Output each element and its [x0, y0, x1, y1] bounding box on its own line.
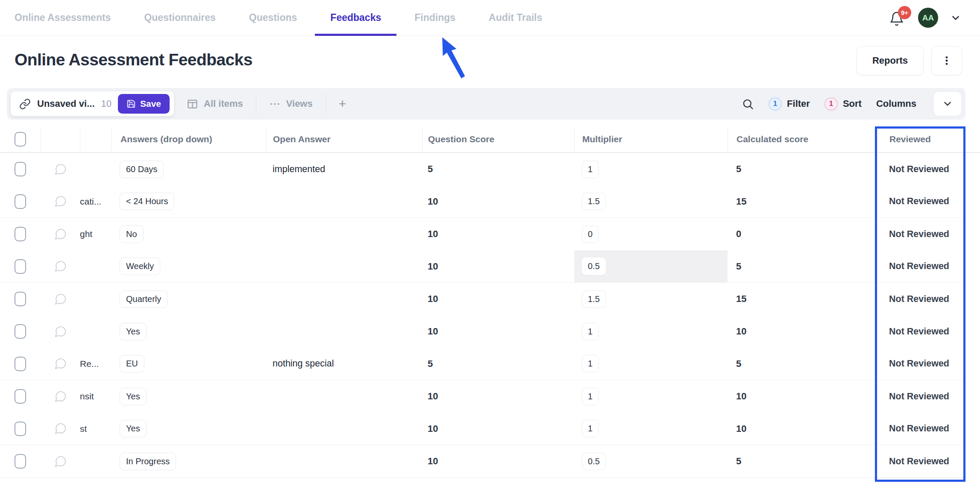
header-multiplier[interactable]: Multiplier	[574, 126, 728, 152]
multiplier-pill[interactable]: 1	[582, 323, 599, 340]
row-checkbox[interactable]	[15, 422, 26, 436]
multiplier-cell: 1.5	[574, 185, 728, 217]
multiplier-cell: 1	[574, 348, 728, 380]
question-score-cell: 5	[422, 358, 574, 369]
reviewed-status-cell: Not Reviewed	[875, 294, 980, 305]
notification-count-badge: 9+	[898, 6, 911, 19]
row-comment-cell[interactable]	[41, 218, 80, 250]
question-score-cell: 10	[422, 293, 574, 305]
row-comment-cell[interactable]	[41, 315, 80, 348]
multiplier-pill[interactable]: 1	[582, 355, 599, 372]
answer-dropdown-badge[interactable]: No	[120, 226, 144, 243]
tab-audit-trails[interactable]: Audit Trails	[489, 0, 542, 35]
answer-dropdown-badge[interactable]: Yes	[120, 323, 147, 340]
multiplier-pill[interactable]: 1	[582, 161, 599, 178]
kebab-menu-icon	[941, 55, 952, 66]
table-row: Yes 10 1 10 Not Reviewed	[0, 315, 965, 348]
reviewed-status-cell: Not Reviewed	[875, 456, 980, 467]
question-score-cell: 10	[422, 229, 574, 240]
row-checkbox[interactable]	[15, 389, 26, 404]
header-checkbox-cell	[0, 126, 41, 152]
notifications-button[interactable]: 9+	[889, 9, 906, 27]
multiplier-pill[interactable]: 0.5	[582, 258, 606, 275]
question-text-truncated: st	[80, 424, 111, 434]
multiplier-pill[interactable]: 1.5	[582, 290, 606, 308]
select-all-checkbox[interactable]	[15, 132, 26, 147]
reviewed-status-cell: Not Reviewed	[875, 358, 980, 369]
row-comment-cell[interactable]	[41, 185, 80, 217]
tab-questions[interactable]: Questions	[249, 0, 297, 35]
toolbar-dropdown-button[interactable]	[933, 91, 962, 116]
save-view-button[interactable]: Save	[118, 94, 170, 114]
row-checkbox[interactable]	[15, 357, 26, 371]
filter-button[interactable]: 1 Filter	[769, 97, 810, 111]
comment-bubble-icon	[54, 195, 67, 208]
tab-findings[interactable]: Findings	[414, 0, 455, 35]
multiplier-cell: 1.5	[574, 283, 728, 315]
row-checkbox[interactable]	[15, 259, 26, 274]
question-score-cell: 10	[422, 391, 574, 402]
row-checkbox[interactable]	[15, 324, 26, 339]
multiplier-pill[interactable]: 0.5	[582, 453, 606, 470]
row-comment-cell[interactable]	[41, 380, 80, 413]
answer-dropdown-badge[interactable]: Quarterly	[120, 290, 167, 308]
answer-dropdown-badge[interactable]: Yes	[120, 388, 147, 405]
reviewed-status-cell: Not Reviewed	[875, 164, 980, 175]
header-calculated-score[interactable]: Calculated score	[728, 126, 875, 152]
row-comment-cell[interactable]	[41, 445, 80, 478]
multiplier-pill[interactable]: 0	[582, 226, 599, 243]
calculated-score-cell: 5	[728, 358, 875, 369]
chevron-down-icon	[942, 98, 953, 109]
answer-dropdown-badge[interactable]: < 24 Hours	[120, 193, 174, 210]
header-open-answer[interactable]: Open Answer	[266, 126, 422, 152]
row-comment-cell[interactable]	[41, 153, 80, 185]
row-comment-cell[interactable]	[41, 250, 80, 282]
tab-questionnaires[interactable]: Questionnaires	[144, 0, 215, 35]
tab-feedbacks[interactable]: Feedbacks	[330, 0, 381, 35]
row-checkbox[interactable]	[15, 227, 26, 241]
view-row-count: 10	[101, 98, 111, 109]
answer-dropdown-badge[interactable]: Weekly	[120, 258, 160, 275]
row-comment-cell[interactable]	[41, 413, 80, 445]
header-answers[interactable]: Answers (drop down)	[111, 126, 266, 152]
sort-button[interactable]: 1 Sort	[824, 97, 862, 111]
all-items-view[interactable]: All items	[187, 98, 243, 110]
question-score-cell: 10	[422, 326, 574, 337]
row-checkbox[interactable]	[15, 162, 26, 176]
current-view-tab[interactable]: Unsaved vi... 10 Save	[11, 91, 174, 116]
search-button[interactable]	[742, 98, 754, 110]
open-answer-cell: nothing special	[266, 358, 422, 369]
calculated-score-cell: 5	[728, 164, 875, 175]
row-checkbox[interactable]	[15, 454, 26, 469]
header-reviewed[interactable]: Reviewed	[875, 126, 980, 152]
calculated-score-cell: 5	[728, 456, 875, 467]
calculated-score-cell: 5	[728, 261, 875, 272]
reports-button[interactable]: Reports	[857, 46, 924, 75]
answer-dropdown-badge[interactable]: 60 Days	[120, 161, 164, 178]
views-menu[interactable]: Views	[269, 98, 313, 110]
add-view-button[interactable]: +	[339, 97, 346, 110]
answer-dropdown-badge[interactable]: In Progress	[120, 453, 176, 470]
answer-dropdown-badge[interactable]: EU	[120, 355, 144, 372]
header-question-score[interactable]: Question Score	[422, 126, 574, 152]
table-row: Weekly 10 0.5 5 Not Reviewed	[0, 250, 965, 283]
reviewed-status-cell: Not Reviewed	[875, 261, 980, 272]
multiplier-pill[interactable]: 1	[582, 388, 599, 405]
more-options-button[interactable]	[931, 46, 962, 75]
avatar[interactable]: AA	[918, 8, 938, 28]
multiplier-pill[interactable]: 1.5	[582, 193, 606, 210]
answer-dropdown-badge[interactable]: Yes	[120, 420, 147, 437]
row-comment-cell[interactable]	[41, 348, 80, 380]
question-score-cell: 10	[422, 423, 574, 434]
annotation-arrow-icon	[427, 32, 474, 86]
columns-button[interactable]: Columns	[876, 98, 916, 109]
row-comment-cell[interactable]	[41, 283, 80, 315]
row-checkbox[interactable]	[15, 194, 26, 209]
row-checkbox[interactable]	[15, 292, 26, 306]
question-text-truncated: ght	[80, 229, 111, 239]
tab-online-assessments[interactable]: Online Assessments	[15, 0, 111, 35]
multiplier-pill[interactable]: 1	[582, 420, 599, 437]
comment-bubble-icon	[54, 163, 67, 176]
account-chevron-down-icon[interactable]	[950, 12, 961, 23]
table-body: 60 Days implemented 5 1 5 Not Reviewed c…	[0, 153, 965, 478]
